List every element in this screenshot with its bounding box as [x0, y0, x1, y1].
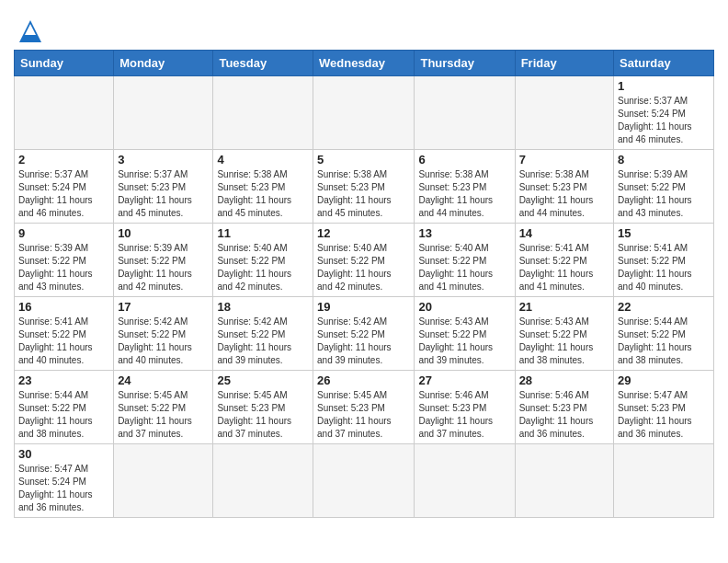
day-info: Sunrise: 5:41 AM Sunset: 5:22 PM Dayligh…	[618, 242, 710, 293]
calendar-cell: 1Sunrise: 5:37 AM Sunset: 5:24 PM Daylig…	[614, 76, 714, 150]
calendar-cell	[15, 76, 114, 150]
weekday-header-wednesday: Wednesday	[313, 51, 415, 76]
calendar-cell: 15Sunrise: 5:41 AM Sunset: 5:22 PM Dayli…	[614, 224, 714, 297]
day-info: Sunrise: 5:45 AM Sunset: 5:22 PM Dayligh…	[118, 389, 209, 441]
calendar-cell: 24Sunrise: 5:45 AM Sunset: 5:22 PM Dayli…	[114, 371, 213, 444]
day-info: Sunrise: 5:42 AM Sunset: 5:22 PM Dayligh…	[317, 316, 410, 367]
day-info: Sunrise: 5:44 AM Sunset: 5:22 PM Dayligh…	[18, 389, 109, 441]
day-info: Sunrise: 5:37 AM Sunset: 5:24 PM Dayligh…	[618, 95, 710, 146]
day-info: Sunrise: 5:38 AM Sunset: 5:23 PM Dayligh…	[317, 168, 410, 220]
weekday-header-tuesday: Tuesday	[213, 51, 313, 76]
day-number: 12	[317, 226, 410, 240]
calendar-cell: 12Sunrise: 5:40 AM Sunset: 5:22 PM Dayli…	[313, 224, 415, 297]
day-info: Sunrise: 5:44 AM Sunset: 5:22 PM Dayligh…	[618, 316, 710, 367]
calendar-cell	[515, 76, 613, 150]
day-number: 22	[618, 300, 710, 314]
day-info: Sunrise: 5:40 AM Sunset: 5:22 PM Dayligh…	[418, 242, 510, 293]
day-info: Sunrise: 5:38 AM Sunset: 5:23 PM Dayligh…	[217, 168, 309, 220]
day-number: 26	[317, 373, 410, 387]
day-number: 20	[418, 300, 510, 314]
day-info: Sunrise: 5:42 AM Sunset: 5:22 PM Dayligh…	[118, 316, 209, 367]
day-number: 6	[418, 153, 510, 167]
week-row-4: 16Sunrise: 5:41 AM Sunset: 5:22 PM Dayli…	[15, 297, 714, 371]
calendar-cell: 29Sunrise: 5:47 AM Sunset: 5:23 PM Dayli…	[614, 371, 714, 444]
weekday-header-friday: Friday	[515, 51, 613, 76]
week-row-1: 1Sunrise: 5:37 AM Sunset: 5:24 PM Daylig…	[15, 76, 714, 150]
day-number: 11	[217, 226, 309, 240]
day-info: Sunrise: 5:47 AM Sunset: 5:23 PM Dayligh…	[618, 389, 710, 441]
calendar-cell	[614, 444, 714, 518]
day-number: 21	[519, 300, 609, 314]
day-info: Sunrise: 5:41 AM Sunset: 5:22 PM Dayligh…	[519, 242, 609, 293]
day-number: 2	[18, 153, 109, 167]
day-info: Sunrise: 5:39 AM Sunset: 5:22 PM Dayligh…	[18, 242, 109, 293]
calendar-cell: 21Sunrise: 5:43 AM Sunset: 5:22 PM Dayli…	[515, 297, 613, 371]
day-number: 4	[217, 153, 309, 167]
calendar-cell	[213, 444, 313, 518]
calendar-cell	[114, 76, 213, 150]
day-number: 24	[118, 373, 209, 387]
calendar-cell: 11Sunrise: 5:40 AM Sunset: 5:22 PM Dayli…	[213, 224, 313, 297]
weekday-header-saturday: Saturday	[614, 51, 714, 76]
day-info: Sunrise: 5:38 AM Sunset: 5:23 PM Dayligh…	[519, 168, 609, 220]
day-info: Sunrise: 5:37 AM Sunset: 5:24 PM Dayligh…	[18, 168, 109, 220]
calendar-cell: 2Sunrise: 5:37 AM Sunset: 5:24 PM Daylig…	[15, 150, 114, 224]
logo-area	[14, 9, 45, 42]
calendar-cell: 9Sunrise: 5:39 AM Sunset: 5:22 PM Daylig…	[15, 224, 114, 297]
calendar-cell: 8Sunrise: 5:39 AM Sunset: 5:22 PM Daylig…	[614, 150, 714, 224]
day-info: Sunrise: 5:38 AM Sunset: 5:23 PM Dayligh…	[418, 168, 510, 220]
day-info: Sunrise: 5:42 AM Sunset: 5:22 PM Dayligh…	[217, 316, 309, 367]
calendar-cell: 4Sunrise: 5:38 AM Sunset: 5:23 PM Daylig…	[213, 150, 313, 224]
calendar-cell: 3Sunrise: 5:37 AM Sunset: 5:23 PM Daylig…	[114, 150, 213, 224]
day-number: 27	[418, 373, 510, 387]
day-number: 29	[618, 373, 710, 387]
day-number: 30	[18, 447, 109, 461]
day-number: 28	[519, 373, 609, 387]
day-number: 14	[519, 226, 609, 240]
logo-icon	[16, 17, 45, 42]
calendar-table: SundayMondayTuesdayWednesdayThursdayFrid…	[14, 50, 714, 518]
day-info: Sunrise: 5:41 AM Sunset: 5:22 PM Dayligh…	[18, 316, 109, 367]
day-number: 19	[317, 300, 410, 314]
day-info: Sunrise: 5:43 AM Sunset: 5:22 PM Dayligh…	[418, 316, 510, 367]
day-info: Sunrise: 5:46 AM Sunset: 5:23 PM Dayligh…	[418, 389, 510, 441]
calendar-cell: 20Sunrise: 5:43 AM Sunset: 5:22 PM Dayli…	[415, 297, 515, 371]
day-number: 16	[18, 300, 109, 314]
calendar-cell: 18Sunrise: 5:42 AM Sunset: 5:22 PM Dayli…	[213, 297, 313, 371]
day-number: 5	[317, 153, 410, 167]
day-number: 25	[217, 373, 309, 387]
day-info: Sunrise: 5:40 AM Sunset: 5:22 PM Dayligh…	[217, 242, 309, 293]
calendar-cell: 17Sunrise: 5:42 AM Sunset: 5:22 PM Dayli…	[114, 297, 213, 371]
calendar-cell	[114, 444, 213, 518]
calendar-cell	[515, 444, 613, 518]
day-number: 3	[118, 153, 209, 167]
day-number: 1	[618, 79, 710, 93]
day-number: 17	[118, 300, 209, 314]
day-number: 23	[18, 373, 109, 387]
weekday-header-thursday: Thursday	[415, 51, 515, 76]
calendar-cell	[213, 76, 313, 150]
day-number: 7	[519, 153, 609, 167]
day-info: Sunrise: 5:39 AM Sunset: 5:22 PM Dayligh…	[118, 242, 209, 293]
calendar-cell: 28Sunrise: 5:46 AM Sunset: 5:23 PM Dayli…	[515, 371, 613, 444]
week-row-2: 2Sunrise: 5:37 AM Sunset: 5:24 PM Daylig…	[15, 150, 714, 224]
calendar-cell: 26Sunrise: 5:45 AM Sunset: 5:23 PM Dayli…	[313, 371, 415, 444]
calendar-cell	[313, 444, 415, 518]
day-number: 9	[18, 226, 109, 240]
day-info: Sunrise: 5:47 AM Sunset: 5:24 PM Dayligh…	[18, 463, 109, 514]
calendar-cell: 25Sunrise: 5:45 AM Sunset: 5:23 PM Dayli…	[213, 371, 313, 444]
week-row-3: 9Sunrise: 5:39 AM Sunset: 5:22 PM Daylig…	[15, 224, 714, 297]
calendar-cell	[415, 444, 515, 518]
calendar-cell: 13Sunrise: 5:40 AM Sunset: 5:22 PM Dayli…	[415, 224, 515, 297]
calendar-cell	[415, 76, 515, 150]
day-info: Sunrise: 5:39 AM Sunset: 5:22 PM Dayligh…	[618, 168, 710, 220]
calendar-cell: 23Sunrise: 5:44 AM Sunset: 5:22 PM Dayli…	[15, 371, 114, 444]
day-number: 10	[118, 226, 209, 240]
calendar-cell: 7Sunrise: 5:38 AM Sunset: 5:23 PM Daylig…	[515, 150, 613, 224]
day-number: 15	[618, 226, 710, 240]
weekday-header-monday: Monday	[114, 51, 213, 76]
day-number: 13	[418, 226, 510, 240]
calendar-cell: 6Sunrise: 5:38 AM Sunset: 5:23 PM Daylig…	[415, 150, 515, 224]
calendar-cell: 14Sunrise: 5:41 AM Sunset: 5:22 PM Dayli…	[515, 224, 613, 297]
calendar-cell: 16Sunrise: 5:41 AM Sunset: 5:22 PM Dayli…	[15, 297, 114, 371]
